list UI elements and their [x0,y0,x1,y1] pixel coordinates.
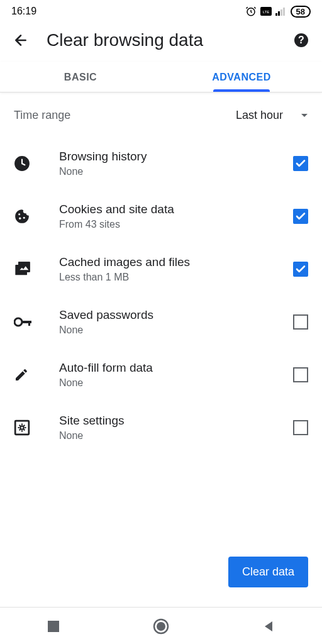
svg-rect-3 [275,13,277,16]
svg-point-15 [14,318,22,326]
status-time: 16:19 [11,6,36,17]
time-range-label: Time range [14,109,70,122]
item-title: Browsing history [59,150,293,164]
item-title: Site settings [59,414,293,428]
arrow-left-icon [13,32,29,48]
status-bar: 16:19 LTE 58 [0,0,322,23]
item-subtitle: Less than 1 MB [59,272,293,283]
clock-icon [14,155,30,172]
help-icon: ? [294,33,309,48]
volte-icon: LTE [260,7,272,16]
item-subtitle: None [59,430,293,441]
item-cookies[interactable]: Cookies and site data From 43 sites [0,190,322,243]
item-browsing-history[interactable]: Browsing history None [0,137,322,190]
item-subtitle: None [59,325,293,336]
key-icon [14,316,33,328]
nav-back[interactable] [237,620,300,633]
check-icon [295,211,306,222]
svg-point-19 [20,426,23,429]
nav-bar [0,609,322,644]
images-icon [14,260,31,278]
checkbox-site-settings[interactable] [293,420,308,435]
circle-icon [153,618,169,635]
item-site-settings[interactable]: Site settings None [0,401,322,454]
checkbox-cookies[interactable] [293,209,308,224]
item-title: Cookies and site data [59,203,293,216]
nav-recent[interactable] [22,621,85,632]
chevron-down-icon [301,113,308,118]
item-title: Cached images and files [59,255,293,269]
time-range-row: Time range Last hour [0,92,322,133]
checkbox-saved-passwords[interactable] [293,314,308,330]
alarm-icon [245,6,257,17]
item-title: Auto-fill form data [59,361,293,375]
item-saved-passwords[interactable]: Saved passwords None [0,296,322,348]
pencil-icon [14,367,29,382]
time-range-select[interactable]: Last hour [236,109,308,122]
svg-rect-20 [48,621,59,632]
clear-data-button[interactable]: Clear data [228,557,308,587]
back-button[interactable] [13,32,29,48]
item-cached-images[interactable]: Cached images and files Less than 1 MB [0,243,322,296]
svg-rect-4 [278,11,280,16]
svg-text:LTE: LTE [262,10,269,14]
check-icon [295,158,306,169]
divider [0,607,322,608]
svg-point-22 [157,622,165,631]
svg-point-11 [19,218,21,219]
tabs: BASIC ADVANCED [0,62,322,92]
checkbox-cached-images[interactable] [293,262,308,277]
time-range-value: Last hour [236,109,283,122]
checkbox-browsing-history[interactable] [293,156,308,171]
gear-box-icon [14,419,30,436]
svg-rect-6 [283,8,285,16]
tab-basic[interactable]: BASIC [0,62,161,92]
triangle-left-icon [262,620,275,633]
cookie-icon [14,208,30,225]
item-title: Saved passwords [59,308,293,322]
svg-point-12 [23,217,25,219]
check-icon [295,264,306,275]
page-title: Clear browsing data [47,30,275,50]
square-icon [48,621,59,632]
checkbox-autofill[interactable] [293,367,308,382]
signal-icon [275,7,287,16]
item-subtitle: None [59,166,293,177]
item-subtitle: None [59,377,293,389]
items-list: Browsing history None Cookies and site d… [0,133,322,454]
svg-rect-17 [28,321,30,326]
svg-rect-5 [280,9,282,16]
tab-advanced[interactable]: ADVANCED [161,62,322,92]
svg-rect-18 [15,421,29,435]
svg-point-10 [18,213,20,215]
svg-text:?: ? [298,35,304,45]
battery-indicator: 58 [291,6,311,18]
help-button[interactable]: ? [293,32,309,48]
status-right: LTE 58 [245,6,311,18]
item-subtitle: From 43 sites [59,219,293,230]
header: Clear browsing data ? [0,23,322,62]
nav-home[interactable] [130,618,192,635]
item-autofill[interactable]: Auto-fill form data None [0,348,322,401]
